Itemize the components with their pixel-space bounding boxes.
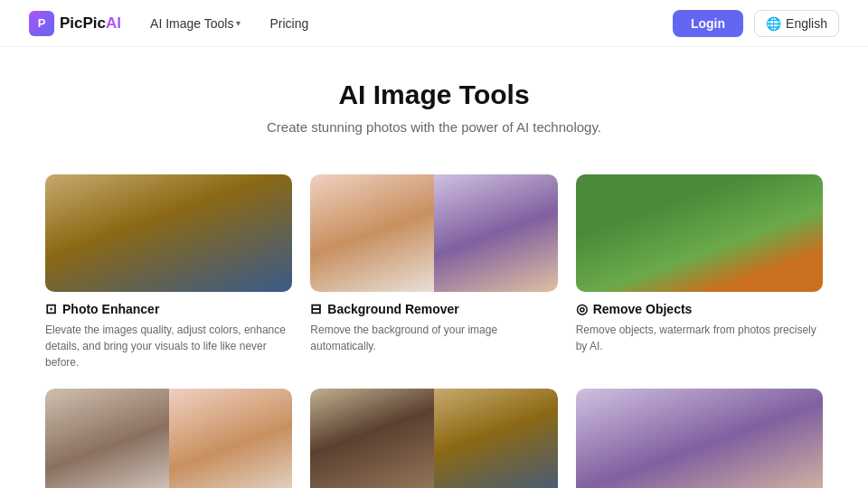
tool-icon-background-remover: ⊟ <box>310 301 322 317</box>
tool-card-photo-enhancer[interactable]: ⊡Photo EnhancerElevate the images qualit… <box>45 174 292 371</box>
nav-right: Login 🌐 English <box>673 10 839 37</box>
tool-thumb-left-background-remover <box>310 174 434 292</box>
tool-desc-photo-enhancer: Elevate the images quality, adjust color… <box>45 322 292 371</box>
globe-icon: 🌐 <box>766 16 781 31</box>
tool-title-text-remove-objects: Remove Objects <box>593 302 693 316</box>
navbar: P PicPicAI AI Image Tools ▾ Pricing Logi… <box>0 0 868 47</box>
nav-tools-label: AI Image Tools <box>150 16 233 31</box>
tool-card-hairstyles-men[interactable]: 🔥Hairstyles For MenTry the best hairstyl… <box>310 389 557 488</box>
tools-grid: ⊡Photo EnhancerElevate the images qualit… <box>27 174 841 488</box>
tool-title-text-background-remover: Background Remover <box>327 302 458 316</box>
nav-left: P PicPicAI AI Image Tools ▾ Pricing <box>29 11 308 36</box>
nav-tools-link[interactable]: AI Image Tools ▾ <box>150 16 241 31</box>
login-button[interactable]: Login <box>673 10 743 37</box>
tool-thumb-right-hairstyles-men <box>434 389 558 488</box>
tool-title-remove-objects: ◎Remove Objects <box>576 301 823 317</box>
logo-ai: AI <box>106 14 121 32</box>
tool-card-remove-objects[interactable]: ◎Remove ObjectsRemove objects, watermark… <box>576 174 823 371</box>
tool-thumb-hairstyles-women <box>45 389 292 488</box>
nav-pricing-link[interactable]: Pricing <box>269 16 308 31</box>
logo-icon: P <box>29 11 54 36</box>
tool-card-hairstyles-women[interactable]: 🔥HairStyles For WomenTry new hairstyles … <box>45 389 292 488</box>
hero-title: AI Image Tools <box>18 80 850 110</box>
tool-title-background-remover: ⊟Background Remover <box>310 301 557 317</box>
tool-thumb-background-remover <box>310 174 557 292</box>
tool-title-photo-enhancer: ⊡Photo Enhancer <box>45 301 292 317</box>
logo[interactable]: P PicPicAI <box>29 11 121 36</box>
tool-icon-remove-objects: ◎ <box>576 301 588 317</box>
tool-thumb-right-background-remover <box>434 174 558 292</box>
language-selector[interactable]: 🌐 English <box>754 10 839 37</box>
chevron-down-icon: ▾ <box>236 18 241 28</box>
tool-thumb-photo-enhancer <box>45 174 292 292</box>
lang-label: English <box>786 16 827 31</box>
tool-thumb-hairstyles-men <box>310 389 557 488</box>
nav-pricing-label: Pricing <box>269 16 308 31</box>
tool-title-text-photo-enhancer: Photo Enhancer <box>62 302 159 316</box>
logo-text: PicPicAI <box>60 14 121 33</box>
tool-desc-background-remover: Remove the background of your image auto… <box>310 322 557 354</box>
tool-thumb-left-hairstyles-women <box>45 389 169 488</box>
tool-thumb-remove-objects <box>576 174 823 292</box>
tool-icon-photo-enhancer: ⊡ <box>45 301 57 317</box>
tool-card-hairstyles-girls[interactable]: 🔥HairStyles For GirlsTry new hairstyles … <box>576 389 823 488</box>
hero-section: AI Image Tools Create stunning photos wi… <box>0 47 868 153</box>
tool-thumb-right-hairstyles-women <box>169 389 293 488</box>
tool-thumb-hairstyles-girls <box>576 389 823 488</box>
tool-thumb-left-hairstyles-men <box>310 389 434 488</box>
hero-subtitle: Create stunning photos with the power of… <box>18 119 850 135</box>
tool-desc-remove-objects: Remove objects, watermark from photos pr… <box>576 322 823 354</box>
tool-card-background-remover[interactable]: ⊟Background RemoverRemove the background… <box>310 174 557 371</box>
